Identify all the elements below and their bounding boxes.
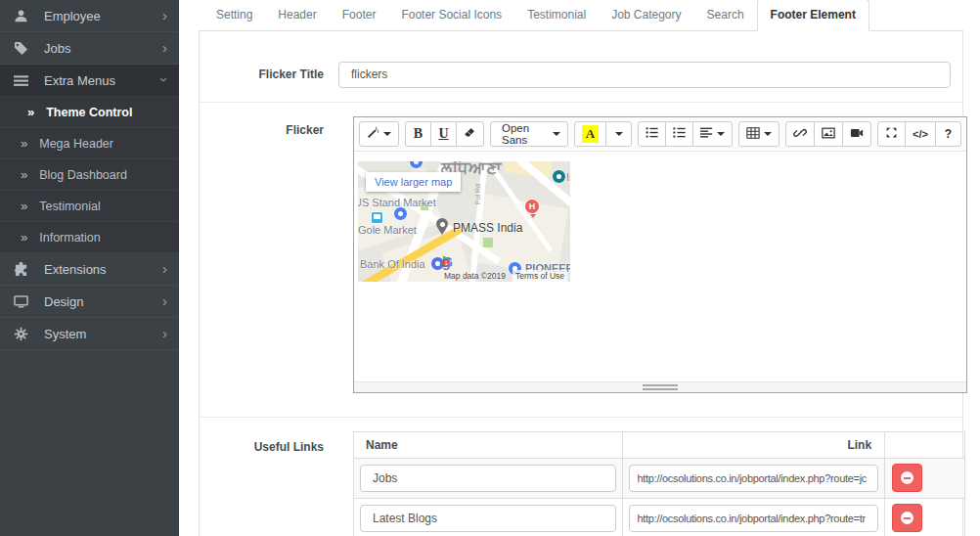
chevron-right-icon [162, 8, 167, 23]
fullscreen-button[interactable] [877, 121, 906, 147]
sidebar-item-extensions[interactable]: Extensions [0, 253, 179, 286]
chevron-right-icon [162, 293, 167, 309]
insert-video-button[interactable] [842, 121, 871, 147]
sidebar-subitem-mega-header[interactable]: Mega Header [0, 128, 179, 159]
paragraph-align-button[interactable] [692, 121, 733, 147]
image-icon [822, 126, 835, 143]
unordered-list-icon [646, 126, 658, 142]
ordered-list-icon [673, 126, 686, 142]
tab-testimonial[interactable]: Testimonial [514, 0, 599, 30]
insert-image-button[interactable] [814, 121, 843, 147]
google-map-embed[interactable]: ਲੁਧਿਆਣਾ View larger map US Stand Market … [358, 161, 570, 282]
gear-icon [14, 327, 29, 341]
underline-button[interactable]: U [430, 121, 457, 147]
caret-down-icon [553, 132, 560, 136]
sidebar-item-system[interactable]: System [0, 318, 179, 350]
tab-job-category[interactable]: Job Category [599, 0, 693, 30]
sidebar-subitem-testimonial[interactable]: Testimonial [0, 191, 179, 222]
chevron-down-icon [162, 72, 167, 88]
view-larger-map-link[interactable]: View larger map [366, 172, 461, 192]
column-header-link: Link [622, 432, 885, 459]
poi-marker-icon [552, 169, 566, 184]
map-label-ir: Ir [566, 171, 570, 183]
useful-links-table: Name Link [353, 431, 965, 536]
font-family-dropdown[interactable]: Open Sans [490, 121, 568, 147]
chevron-right-icon [162, 40, 167, 56]
sidebar-item-design[interactable]: Design [0, 286, 179, 318]
tab-footer-social-icons[interactable]: Footer Social Icons [388, 0, 514, 30]
editor-toolbar: B U Open Sans [354, 117, 966, 152]
font-color-caret-button[interactable] [605, 121, 632, 147]
terms-of-use-link[interactable]: Terms of Use [512, 270, 567, 282]
editor-statusbar [354, 381, 966, 392]
eraser-icon [464, 126, 476, 142]
editor-content-area[interactable]: ਲੁਧਿਆਣਾ View larger map US Stand Market … [354, 152, 966, 381]
tab-footer-element[interactable]: Footer Element [757, 0, 869, 31]
table-button[interactable] [738, 121, 780, 147]
link-url-input[interactable] [629, 465, 879, 492]
table-header-row: Name Link [354, 432, 965, 459]
rich-text-editor: B U Open Sans [353, 116, 967, 393]
remove-row-button[interactable] [892, 504, 922, 532]
insert-link-button[interactable] [785, 121, 815, 147]
tab-content-panel: Flicker Title Flicker [199, 31, 963, 536]
sidebar-subitem-label: Blog Dashboard [39, 168, 127, 182]
ordered-list-button[interactable] [665, 121, 693, 147]
flicker-title-input[interactable] [338, 62, 951, 88]
caret-down-icon [717, 132, 725, 136]
hospital-marker-icon: H [524, 199, 540, 214]
user-icon [14, 9, 29, 23]
sidebar-item-label: Jobs [44, 41, 162, 56]
useful-links-label: Useful Links [200, 431, 324, 536]
flicker-label: Flicker [200, 116, 324, 393]
sidebar-item-extra-menus[interactable]: Extra Menus [0, 65, 179, 97]
link-url-input[interactable] [629, 505, 879, 532]
bold-button[interactable]: B [405, 121, 431, 147]
map-park [483, 238, 493, 247]
tab-header[interactable]: Header [265, 0, 329, 30]
clear-formatting-button[interactable] [456, 121, 484, 147]
chevron-right-icon [162, 326, 167, 341]
link-name-input[interactable] [360, 465, 616, 492]
puzzle-icon [14, 262, 29, 277]
table-row [354, 499, 965, 536]
useful-links-group: Useful Links Name Link [200, 418, 962, 536]
resize-grip[interactable] [643, 384, 678, 390]
align-left-icon [700, 126, 713, 142]
magic-wand-icon [367, 126, 379, 142]
sidebar-item-jobs[interactable]: Jobs [0, 32, 179, 65]
sidebar-item-employee[interactable]: Employee [0, 0, 179, 32]
sidebar-item-label: Extensions [44, 262, 162, 277]
code-view-button[interactable]: </> [905, 121, 936, 147]
font-family-value: Open Sans [498, 122, 549, 146]
caret-down-icon [615, 132, 623, 136]
double-chevron-icon [21, 199, 27, 213]
place-pin-icon [436, 218, 448, 230]
caret-down-icon [383, 132, 391, 136]
tab-search[interactable]: Search [694, 0, 757, 30]
flicker-title-group: Flicker Title [200, 47, 962, 102]
sidebar-subitem-blog-dashboard[interactable]: Blog Dashboard [0, 159, 179, 191]
font-color-button[interactable]: A [574, 121, 606, 147]
minus-circle-icon [901, 471, 913, 484]
fullscreen-icon [885, 126, 898, 142]
unordered-list-button[interactable] [638, 121, 666, 147]
tab-footer[interactable]: Footer [330, 0, 389, 30]
highlight-color-icon: A [582, 125, 599, 143]
style-magic-button[interactable] [359, 121, 399, 147]
caret-down-icon [764, 132, 772, 136]
tab-setting[interactable]: Setting [203, 0, 265, 30]
help-button[interactable]: ? [935, 121, 961, 147]
sidebar-subitem-information[interactable]: Information [0, 222, 179, 253]
remove-row-button[interactable] [892, 464, 922, 492]
map-label-pmass-india: PMASS India [453, 221, 522, 235]
link-name-input[interactable] [360, 505, 616, 532]
sidebar-subitem-theme-control[interactable]: Theme Control [0, 97, 179, 128]
main-content: Setting Header Footer Footer Social Icon… [179, 0, 980, 536]
sidebar-subitem-label: Information [39, 231, 101, 245]
map-road-label: Pul Rd [474, 184, 481, 204]
extra-menus-submenu: Theme Control Mega Header Blog Dashboard… [0, 97, 179, 253]
flicker-title-label: Flicker Title [200, 67, 324, 81]
monitor-icon [14, 294, 29, 309]
sidebar-subitem-label: Mega Header [39, 137, 113, 151]
